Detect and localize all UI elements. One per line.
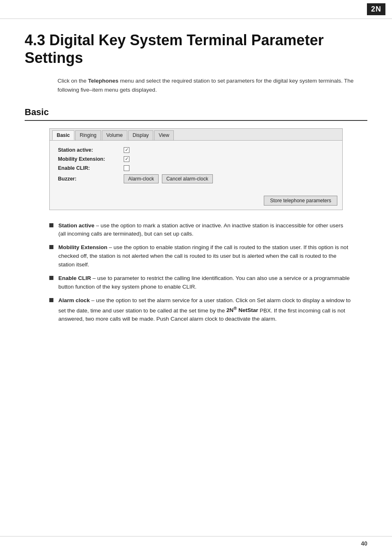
top-bar: 2N — [0, 0, 392, 19]
page-title: 4.3 Digital Key System Terminal Paramete… — [25, 31, 367, 67]
mobility-extension-control — [124, 156, 129, 162]
bullet-list: Station active – use the option to mark … — [49, 222, 351, 324]
bullet-icon-2 — [49, 245, 53, 249]
intro-text-before: Click on the — [58, 78, 88, 84]
bullet-text-3: Enable CLIR – use to parameter to restri… — [58, 274, 351, 291]
enable-clir-label: Enable CLIR: — [58, 165, 124, 171]
bullet-bold-2: Mobility Extension — [58, 244, 107, 250]
bullet-bold-4: Alarm clock — [58, 297, 90, 303]
bullet-mobility-extension: Mobility Extension – use the option to e… — [49, 243, 351, 269]
tab-basic[interactable]: Basic — [52, 130, 74, 140]
station-active-label: Station active: — [58, 147, 124, 153]
cancel-alarm-clock-button[interactable]: Cancel alarm-clock — [162, 174, 213, 183]
mobility-extension-checkbox[interactable] — [124, 156, 129, 162]
page-number: 40 — [361, 540, 367, 547]
settings-panel: Basic Ringing Volume Display View Statio… — [49, 128, 343, 210]
bullet-text-1: Station active – use the option to mark … — [58, 222, 351, 239]
bullet-icon-4 — [49, 298, 53, 302]
bullet-text-4: Alarm clock – use the option to set the … — [58, 296, 351, 324]
buzzer-control: Alarm-clock Cancel alarm-clock — [124, 174, 213, 183]
bottom-line — [0, 536, 392, 536]
section-divider — [25, 120, 367, 121]
tab-display[interactable]: Display — [128, 130, 153, 140]
store-row: Store telephone parameters — [50, 192, 342, 210]
enable-clir-control — [124, 165, 129, 171]
alarm-clock-button[interactable]: Alarm-clock — [124, 174, 159, 183]
tab-ringing[interactable]: Ringing — [75, 130, 101, 140]
enable-clir-row: Enable CLIR: — [58, 165, 334, 171]
bullet-text-2: Mobility Extension – use the option to e… — [58, 243, 351, 269]
buzzer-row: Buzzer: Alarm-clock Cancel alarm-clock — [58, 174, 334, 183]
bullet-enable-clir: Enable CLIR – use to parameter to restri… — [49, 274, 351, 291]
logo: 2N — [367, 3, 385, 15]
buzzer-label: Buzzer: — [58, 176, 124, 182]
enable-clir-checkbox[interactable] — [124, 165, 129, 171]
intro-paragraph: Click on the Telephones menu and select … — [58, 76, 367, 94]
section-heading: Basic — [25, 107, 367, 120]
bullet-station-active: Station active – use the option to mark … — [49, 222, 351, 239]
intro-bold: Telephones — [88, 78, 118, 84]
bullet-icon-3 — [49, 276, 53, 280]
tab-bar: Basic Ringing Volume Display View — [50, 129, 342, 141]
bullet-brand-bold: 2N® NetStar — [226, 307, 258, 313]
bullet-alarm-clock: Alarm clock – use the option to set the … — [49, 296, 351, 324]
panel-body: Station active: Mobility Extension: Enab… — [50, 141, 342, 192]
bullet-bold-3: Enable CLIR — [58, 275, 91, 281]
mobility-extension-label: Mobility Extension: — [58, 156, 124, 162]
store-telephone-parameters-button[interactable]: Store telephone parameters — [264, 196, 337, 206]
station-active-control — [124, 147, 129, 153]
mobility-extension-row: Mobility Extension: — [58, 156, 334, 162]
bullet-icon-1 — [49, 223, 53, 227]
main-content: 4.3 Digital Key System Terminal Paramete… — [0, 19, 392, 353]
station-active-checkbox[interactable] — [124, 147, 129, 153]
tab-view[interactable]: View — [154, 130, 174, 140]
station-active-row: Station active: — [58, 147, 334, 153]
registered-mark: ® — [233, 306, 237, 311]
tab-volume[interactable]: Volume — [102, 130, 127, 140]
bullet-bold-1: Station active — [58, 222, 95, 229]
